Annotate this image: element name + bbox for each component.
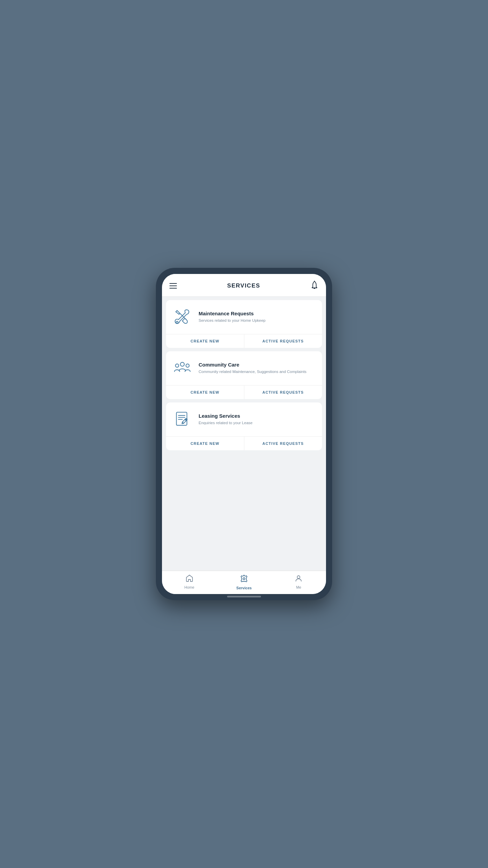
leasing-actions: CREATE NEW ACTIVE REQUESTS: [166, 436, 322, 450]
filler-space: [166, 454, 322, 567]
header: SERVICES: [162, 274, 326, 297]
content-area: Maintenance Requests Services related to…: [162, 297, 326, 571]
leasing-card: Leasing Services Enquiries related to yo…: [166, 402, 322, 450]
svg-point-1: [176, 321, 178, 323]
svg-point-12: [297, 576, 300, 578]
maintenance-create-btn[interactable]: CREATE NEW: [166, 334, 244, 348]
nav-item-me[interactable]: Me: [271, 574, 326, 590]
bottom-nav: Home Services Me: [162, 571, 326, 594]
maintenance-actions: CREATE NEW ACTIVE REQUESTS: [166, 334, 322, 348]
screen: SERVICES: [162, 274, 326, 594]
maintenance-card-body: Maintenance Requests Services related to…: [166, 300, 322, 334]
maintenance-desc: Services related to your Home Upkeep: [199, 318, 316, 323]
device-frame: SERVICES: [156, 268, 332, 600]
home-nav-label: Home: [184, 585, 194, 589]
home-indicator: [227, 596, 261, 597]
leasing-title: Leasing Services: [199, 413, 316, 419]
leasing-requests-btn[interactable]: ACTIVE REQUESTS: [244, 437, 322, 450]
community-info: Community Care Community related Mainten…: [199, 362, 316, 374]
svg-point-2: [180, 362, 184, 367]
home-icon: [185, 574, 194, 584]
services-icon: [240, 574, 248, 585]
svg-point-3: [176, 364, 179, 367]
page-title: SERVICES: [227, 282, 260, 289]
svg-point-11: [243, 578, 245, 580]
svg-point-4: [186, 364, 189, 367]
svg-line-10: [182, 423, 184, 424]
community-card-body: Community Care Community related Mainten…: [166, 351, 322, 385]
leasing-icon: [172, 409, 192, 430]
hamburger-menu-button[interactable]: [169, 283, 177, 289]
leasing-info: Leasing Services Enquiries related to yo…: [199, 413, 316, 426]
services-nav-label: Services: [236, 586, 251, 590]
notification-bell-icon[interactable]: [310, 281, 319, 291]
maintenance-card: Maintenance Requests Services related to…: [166, 300, 322, 348]
leasing-create-btn[interactable]: CREATE NEW: [166, 437, 244, 450]
me-nav-label: Me: [296, 585, 301, 589]
nav-item-home[interactable]: Home: [162, 574, 217, 590]
maintenance-info: Maintenance Requests Services related to…: [199, 311, 316, 323]
community-requests-btn[interactable]: ACTIVE REQUESTS: [244, 386, 322, 399]
leasing-desc: Enquiries related to your Lease: [199, 420, 316, 426]
maintenance-requests-btn[interactable]: ACTIVE REQUESTS: [244, 334, 322, 348]
nav-item-services[interactable]: Services: [217, 574, 271, 590]
community-card: Community Care Community related Mainten…: [166, 351, 322, 399]
leasing-card-body: Leasing Services Enquiries related to yo…: [166, 402, 322, 436]
community-desc: Community related Maintenance, Suggestio…: [199, 369, 316, 374]
community-title: Community Care: [199, 362, 316, 368]
maintenance-icon: [172, 307, 192, 327]
me-icon: [294, 574, 303, 584]
community-create-btn[interactable]: CREATE NEW: [166, 386, 244, 399]
community-actions: CREATE NEW ACTIVE REQUESTS: [166, 385, 322, 399]
maintenance-title: Maintenance Requests: [199, 311, 316, 316]
community-icon: [172, 358, 192, 378]
